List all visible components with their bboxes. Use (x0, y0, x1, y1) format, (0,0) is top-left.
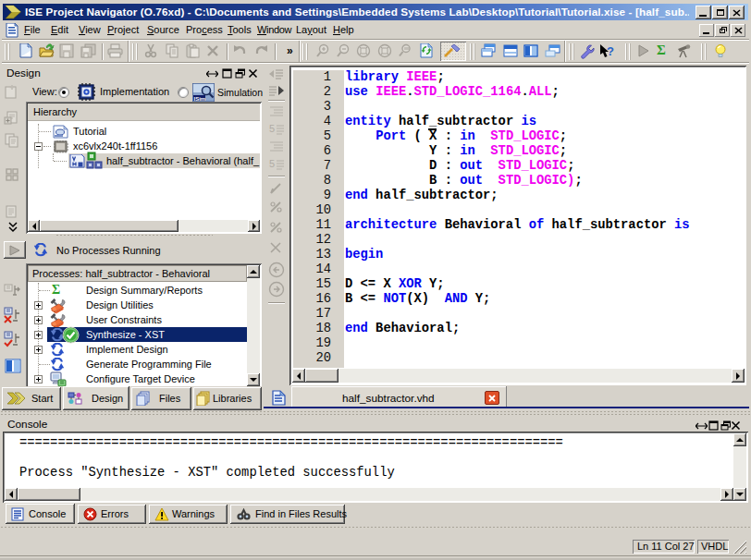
svg-text:?: ? (607, 44, 614, 58)
svg-text:5: 5 (269, 158, 275, 169)
svg-text:ISim: ISim (194, 96, 206, 102)
svg-text:5: 5 (269, 123, 275, 134)
